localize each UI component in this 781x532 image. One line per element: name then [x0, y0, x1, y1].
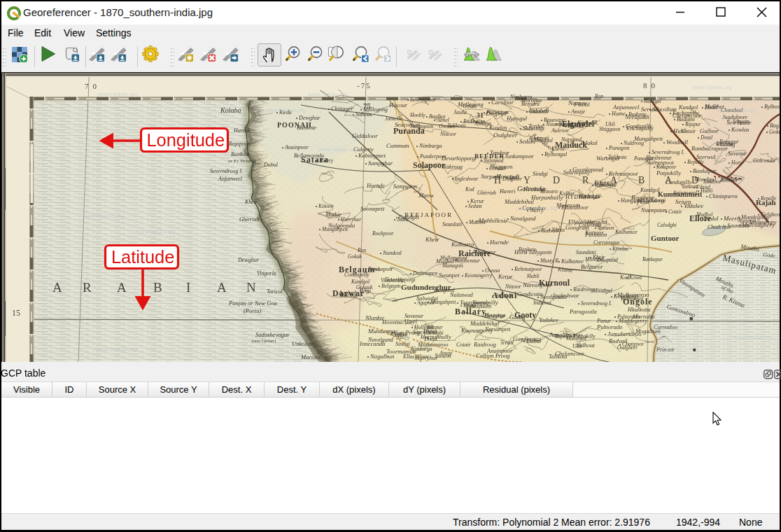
svg-text:Longitude: Longitude: [147, 130, 225, 150]
svg-text:Latitude: Latitude: [111, 247, 174, 267]
